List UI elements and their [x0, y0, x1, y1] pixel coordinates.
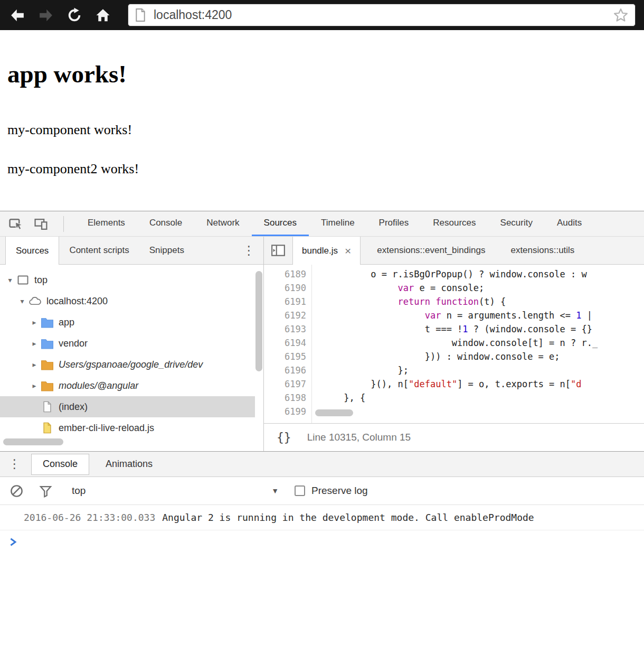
line-number[interactable]: 6190 — [264, 281, 311, 295]
devtools-panel: ElementsConsoleNetworkSourcesTimelinePro… — [0, 211, 644, 654]
home-button[interactable] — [94, 6, 112, 24]
tree-item-top[interactable]: ▾top — [0, 269, 263, 291]
editor-horizontal-scrollbar[interactable] — [315, 409, 353, 416]
line-number[interactable]: 6199 — [264, 405, 311, 418]
url-text[interactable]: localhost:4200 — [154, 8, 613, 22]
devtools-tab-network[interactable]: Network — [194, 211, 251, 236]
tree-item-users-gspanoae-google-drive-dev[interactable]: ▸Users/gspanoae/google_drive/dev — [0, 354, 263, 375]
file-tab-bundle-js[interactable]: bundle.js× — [292, 237, 361, 265]
navigator-tab-content-scripts[interactable]: Content scripts — [59, 237, 139, 264]
reload-button[interactable] — [65, 6, 83, 24]
tree-item-label: modules/@angular — [59, 380, 138, 391]
console-drawer: ⋮ ConsoleAnimations top ▼ Preserve log 2… — [0, 451, 644, 654]
tree-item-modules-angular[interactable]: ▸modules/@angular — [0, 375, 263, 396]
preserve-log-label[interactable]: Preserve log — [311, 485, 368, 497]
line-number[interactable]: 6193 — [264, 322, 311, 336]
tree-item-label: ember-cli-live-reload.js — [59, 423, 154, 434]
chevron-expanded-icon[interactable]: ▾ — [4, 276, 16, 284]
chevron-collapsed-icon[interactable]: ▸ — [29, 360, 40, 369]
devtools-tab-timeline[interactable]: Timeline — [309, 211, 367, 236]
navigator-tab-snippets[interactable]: Snippets — [139, 237, 194, 264]
tree-item-localhost-4200[interactable]: ▾localhost:4200 — [0, 291, 263, 312]
reload-icon — [67, 7, 82, 23]
devtools-tab-resources[interactable]: Resources — [421, 211, 488, 236]
console-prompt[interactable] — [0, 530, 644, 546]
drawer-tab-animations[interactable]: Animations — [94, 454, 164, 475]
navigator-vertical-scrollbar[interactable] — [255, 271, 262, 371]
file-tree: ▾top▾localhost:4200▸app▸vendor▸Users/gsp… — [0, 265, 263, 451]
toolbar-divider — [63, 216, 64, 232]
editor-code[interactable]: o = r.isBgOrPopup() ? window.console : w… — [312, 265, 644, 423]
tree-item-label: top — [34, 275, 48, 286]
file-tab-extensions-event-bindings[interactable]: extensions::event_bindings — [368, 237, 494, 264]
devtools-tab-profiles[interactable]: Profiles — [367, 211, 421, 236]
close-tab-icon[interactable]: × — [345, 245, 351, 256]
navigator-tab-sources[interactable]: Sources — [5, 237, 59, 265]
component2-text: my-component2 works! — [7, 161, 637, 177]
code-line: }(), n["default"] = o, t.exports = n["d — [317, 377, 644, 391]
devtools-tab-elements[interactable]: Elements — [75, 211, 137, 236]
execution-context-select[interactable]: top ▼ — [72, 485, 279, 497]
drawer-tab-console[interactable]: Console — [31, 454, 89, 475]
console-message: 2016-06-26 21:33:00.033 Angular 2 is run… — [0, 505, 644, 530]
chevron-collapsed-icon[interactable]: ▸ — [29, 381, 40, 390]
devtools-tab-security[interactable]: Security — [488, 211, 545, 236]
forward-arrow-icon — [38, 7, 54, 23]
device-toolbar-icon[interactable] — [33, 216, 50, 232]
file-tabbar: bundle.js×extensions::event_bindingsexte… — [292, 237, 583, 264]
line-number[interactable]: 6191 — [264, 295, 311, 309]
address-bar[interactable]: localhost:4200 — [128, 4, 636, 26]
tree-item-app[interactable]: ▸app — [0, 312, 263, 333]
code-line: }; — [317, 363, 644, 377]
component-text: my-component works! — [7, 122, 637, 138]
chevron-collapsed-icon[interactable]: ▸ — [29, 339, 40, 348]
preserve-log-checkbox[interactable] — [295, 485, 305, 496]
console-message-timestamp: 2016-06-26 21:33:00.033 — [24, 512, 155, 523]
line-number[interactable]: 6196 — [264, 363, 311, 377]
forward-button[interactable] — [37, 6, 55, 24]
chevron-collapsed-icon[interactable]: ▸ — [29, 318, 40, 326]
page-heading: app works! — [7, 60, 637, 88]
bookmark-star-icon[interactable] — [613, 7, 629, 23]
prompt-chevron-icon — [10, 538, 644, 546]
tree-item-vendor[interactable]: ▸vendor — [0, 333, 263, 354]
devtools-tab-console[interactable]: Console — [137, 211, 194, 236]
back-button[interactable] — [8, 6, 26, 24]
back-arrow-icon — [10, 7, 25, 23]
file-tabbar-wrap: bundle.js×extensions::event_bindingsexte… — [264, 237, 644, 265]
frame-icon — [16, 274, 30, 286]
cloud-icon — [29, 295, 42, 307]
editor-gutter: 6189619061916192619361946195619661976198… — [264, 265, 312, 423]
line-number[interactable]: 6194 — [264, 336, 311, 350]
file-tab-extensions-utils[interactable]: extensions::utils — [501, 237, 583, 264]
folder-blue-icon — [41, 338, 54, 349]
line-number[interactable]: 6192 — [264, 309, 311, 322]
pretty-print-icon[interactable]: {} — [277, 431, 291, 444]
line-number[interactable]: 6189 — [264, 267, 311, 281]
home-icon — [95, 7, 111, 23]
sources-editor-pane: bundle.js×extensions::event_bindingsexte… — [264, 237, 644, 451]
filter-icon[interactable] — [39, 484, 53, 498]
hide-navigator-icon[interactable] — [264, 237, 292, 264]
code-line: }, { — [317, 391, 644, 405]
devtools-toolbar: ElementsConsoleNetworkSourcesTimelinePro… — [0, 211, 644, 237]
devtools-tab-audits[interactable]: Audits — [545, 211, 594, 236]
navigator-horizontal-scrollbar[interactable] — [3, 438, 63, 445]
execution-context-value: top — [72, 485, 86, 497]
drawer-tabbar-tabs: ConsoleAnimations — [31, 454, 169, 475]
line-number[interactable]: 6197 — [264, 377, 311, 391]
cursor-position-text: Line 10315, Column 15 — [307, 432, 411, 443]
line-number[interactable]: 6198 — [264, 391, 311, 405]
console-toolbar: top ▼ Preserve log — [0, 477, 644, 505]
devtools-tab-sources[interactable]: Sources — [252, 211, 309, 236]
drawer-menu-icon[interactable]: ⋮ — [8, 457, 21, 471]
overflow-menu-icon[interactable]: ⋮ — [243, 237, 255, 264]
clear-console-icon[interactable] — [10, 484, 24, 498]
tree-item-index[interactable]: (index) — [0, 396, 255, 417]
chevron-expanded-icon[interactable]: ▾ — [16, 297, 28, 305]
tree-item-ember-cli-live-reload-js[interactable]: ember-cli-live-reload.js — [0, 417, 263, 438]
code-editor[interactable]: 6189619061916192619361946195619661976198… — [264, 265, 644, 423]
inspect-element-icon[interactable] — [7, 216, 24, 232]
line-number[interactable]: 6195 — [264, 350, 311, 363]
navigator-tabbar-wrap: SourcesContent scriptsSnippets ⋮ — [0, 237, 263, 265]
